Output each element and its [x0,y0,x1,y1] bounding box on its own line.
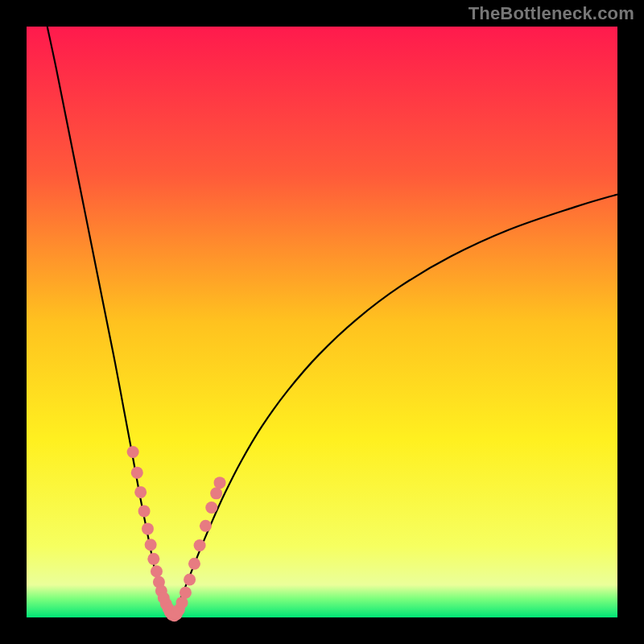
scatter-point [184,574,196,586]
scatter-point [151,565,163,577]
scatter-point [205,502,217,514]
scatter-point [188,558,200,570]
scatter-point [194,539,206,551]
chart-frame: TheBottleneck.com [0,0,644,644]
scatter-point [134,486,147,498]
scatter-point [145,539,157,551]
chart-svg [0,0,644,644]
scatter-point [131,467,143,479]
scatter-point [200,520,212,532]
scatter-point [214,477,226,489]
scatter-point [127,446,139,458]
scatter-point [147,553,159,565]
scatter-point [142,522,154,535]
scatter-point [180,587,192,599]
plot-background [27,27,617,617]
scatter-point [138,505,151,517]
scatter-point [210,487,222,499]
